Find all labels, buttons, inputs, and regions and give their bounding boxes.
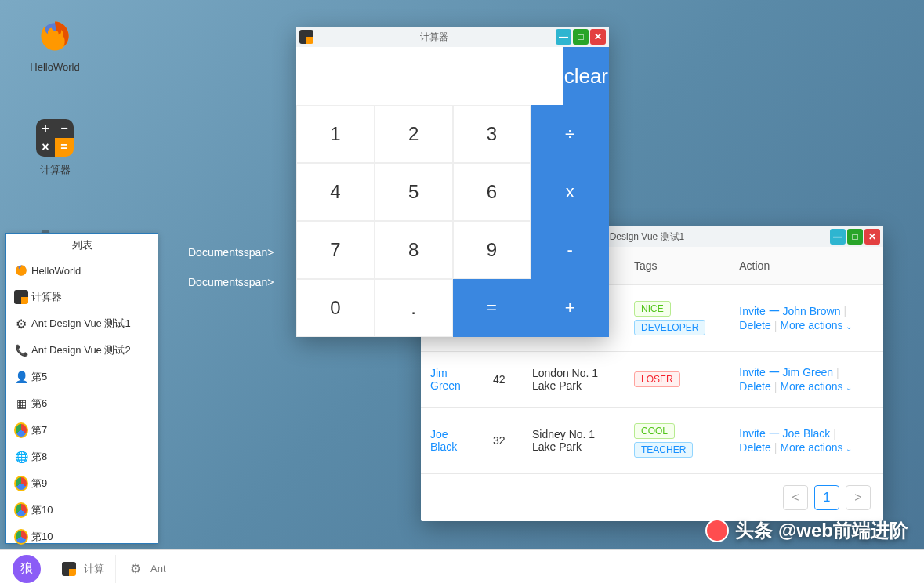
gear-icon: ⚙ [14,317,28,331]
calculator-window: 计算器 — □ ✕ clear 123÷456x789-0.=+ [296,27,609,337]
list-item[interactable]: 计算器 [6,284,158,310]
invite-link[interactable]: Invite 一 Joe Black [739,427,830,440]
minimize-button[interactable]: — [556,29,571,45]
window-title: 计算器 [313,31,554,44]
column-header-action: Action [730,247,883,285]
delete-link[interactable]: Delete [739,380,770,393]
chevron-down-icon: ⌄ [846,444,852,453]
calculator-key-=[interactable]: = [453,279,531,337]
delete-link[interactable]: Delete [739,441,770,454]
person-icon: 👤 [14,370,28,384]
calculator-icon: +− ×= [34,118,75,158]
chevron-down-icon: ⌄ [846,383,852,392]
close-button[interactable]: ✕ [590,29,606,45]
chevron-down-icon: ⌄ [846,322,852,331]
page-prev-button[interactable]: < [783,485,808,510]
column-header-tags: Tags [625,247,730,285]
calculator-key--[interactable]: - [531,221,609,279]
tag: LOSER [634,371,680,387]
list-title: 列表 [6,234,158,257]
avatar-icon [705,519,729,542]
desktop-icon-label: HelloWorld [30,61,79,73]
desktop-icon-firefox[interactable]: HelloWorld [24,16,86,73]
page-number-button[interactable]: 1 [814,485,839,510]
delete-link[interactable]: Delete [739,319,770,332]
gear-icon: ⚙ [127,560,144,578]
taskbar-item[interactable]: ⚙Ant [115,555,177,583]
calculator-key-2[interactable]: 2 [375,105,453,163]
more-actions-link[interactable]: More actions ⌄ [780,319,852,332]
list-item[interactable]: HelloWorld [6,257,158,284]
calculator-display [296,47,496,105]
page-next-button[interactable]: > [846,485,871,510]
calculator-key-0[interactable]: 0 [296,279,375,337]
start-button[interactable]: 狼 [13,555,41,583]
minimize-button[interactable]: — [830,229,846,245]
list-item[interactable]: 👤第5 [6,364,158,390]
close-button[interactable]: ✕ [864,229,880,245]
list-item[interactable]: 第9 [6,470,158,497]
pagination: < 1 > [421,474,883,521]
calculator-key-4[interactable]: 4 [296,163,375,221]
calculator-key-1[interactable]: 1 [296,105,375,163]
calculator-key-÷[interactable]: ÷ [531,105,609,163]
documents-label: Documentsspan> [188,246,274,259]
calculator-key-5[interactable]: 5 [375,163,453,221]
tag: DEVELOPER [634,320,705,335]
list-panel: 列表 HelloWorld计算器⚙Ant Design Vue 测试1📞Ant … [5,233,158,544]
firefox-icon [34,16,75,56]
list-item[interactable]: 🌐第8 [6,444,158,470]
table-row: JimGreen42London No. 1 Lake ParkLOSERInv… [421,352,883,408]
calc-icon [60,560,78,578]
chrome-icon [14,476,28,491]
tag: COOL [634,423,675,439]
maximize-button[interactable]: □ [573,29,589,45]
documents-label: Documentsspan> [188,276,274,288]
calculator-key-+[interactable]: + [531,279,609,337]
taskbar-item[interactable]: 计算 [49,555,115,583]
maximize-button[interactable]: □ [847,229,863,245]
chrome-icon [14,503,28,517]
list-item[interactable]: 第10 [6,524,158,545]
calculator-key-x[interactable]: x [531,163,609,221]
titlebar[interactable]: 计算器 — □ ✕ [296,27,609,47]
calculator-key-9[interactable]: 9 [453,221,531,279]
list-item[interactable]: 第7 [6,417,158,444]
tag: TEACHER [634,442,693,458]
list-item[interactable]: 📞Ant Design Vue 测试2 [6,337,158,364]
box-icon: ▦ [14,397,28,411]
taskbar: 狼 计算⚙Ant [0,549,924,587]
phone-icon: 📞 [14,343,28,357]
desktop-icon-calculator[interactable]: +− ×= 计算器 [24,118,86,177]
name-link[interactable]: JoeBlack [430,428,457,453]
name-link[interactable]: JimGreen [430,367,461,392]
calculator-key-.[interactable]: . [375,279,453,337]
chrome-icon [14,423,28,437]
calculator-key-8[interactable]: 8 [375,221,453,279]
calc-icon [14,290,28,304]
calculator-clear-button[interactable]: clear [563,47,609,105]
tag: NICE [634,301,671,317]
invite-link[interactable]: Invite 一 John Brown [739,305,840,317]
desktop-icon-label: 计算器 [40,163,71,177]
list-item[interactable]: ▦第6 [6,390,158,417]
calculator-key-6[interactable]: 6 [453,163,531,221]
invite-link[interactable]: Invite 一 Jim Green [739,366,833,379]
list-item[interactable]: 第10 [6,497,158,524]
more-actions-link[interactable]: More actions ⌄ [780,441,852,454]
watermark: 头条 @web前端进阶 [705,518,908,543]
calculator-key-7[interactable]: 7 [296,221,375,279]
chrome-icon [14,530,28,544]
list-item[interactable]: ⚙Ant Design Vue 测试1 [6,310,158,337]
table-row: JoeBlack32Sidney No. 1 Lake ParkCOOLTEAC… [421,408,883,474]
firefox-icon [14,263,28,277]
calculator-key-3[interactable]: 3 [453,105,531,163]
calculator-icon [299,30,313,44]
globe-icon: 🌐 [14,450,28,464]
more-actions-link[interactable]: More actions ⌄ [780,380,852,393]
